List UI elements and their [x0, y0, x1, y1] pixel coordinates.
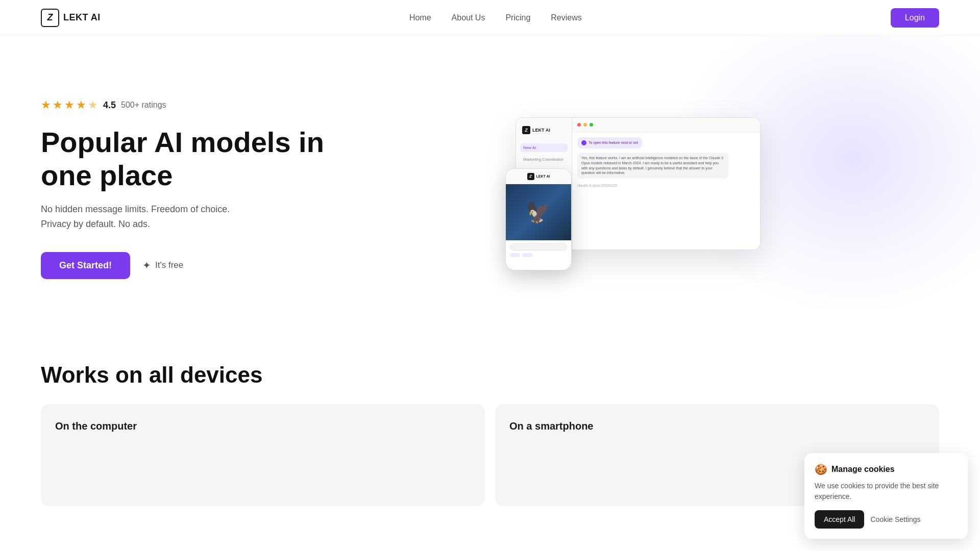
star-1: ★: [41, 98, 51, 112]
logo[interactable]: Z LEKT AI: [41, 9, 101, 27]
accept-all-button[interactable]: Accept All: [815, 510, 864, 527]
cookie-banner: 🍪 Manage cookies We use cookies to provi…: [804, 453, 968, 527]
sidebar-marketing: Marketing Coordinator: [520, 155, 568, 164]
ai-model-label: claude-3-opus-20240229: [577, 184, 755, 187]
mobile-action-dot-2: [522, 253, 532, 257]
app-logo-box: Z: [522, 126, 530, 134]
star-3: ★: [64, 98, 75, 112]
star-2: ★: [53, 98, 63, 112]
magic-wand-icon: ✦: [142, 259, 151, 271]
bird-image: 🦅: [526, 201, 551, 224]
devices-title: Works on all devices: [41, 362, 939, 388]
nav-home[interactable]: Home: [409, 13, 431, 22]
logo-icon: Z: [41, 9, 59, 27]
dot-green: [590, 123, 593, 127]
mobile-action-dot-1: [510, 253, 520, 257]
logo-text: LEKT AI: [63, 12, 101, 23]
nav-pricing[interactable]: Pricing: [505, 13, 530, 22]
cookie-settings-button[interactable]: Cookie Settings: [870, 515, 920, 523]
login-button[interactable]: Login: [891, 8, 939, 28]
app-chat: To open this feature mod or not Yes, thi…: [572, 132, 760, 249]
rating-row: ★ ★ ★ ★ ★ 4.5 500+ ratings: [41, 98, 337, 112]
cookie-title: Manage cookies: [831, 465, 895, 474]
cookie-icon: 🍪: [815, 463, 827, 475]
hero-actions: Get Started! ✦ It's free: [41, 252, 337, 279]
dot-red: [577, 123, 581, 127]
mobile-input-bar: [510, 243, 567, 251]
mobile-logo-text: LEKT AI: [536, 174, 550, 178]
nav-reviews[interactable]: Reviews: [551, 13, 581, 22]
cookie-text: We use cookies to provide the best site …: [815, 481, 958, 502]
mobile-header: Z LEKT AI: [506, 169, 571, 184]
hero-subtitle: No hidden message limits. Freedom of cho…: [41, 202, 255, 232]
hero-image: Z LEKT AI New AI Marketing Coordinator T…: [337, 117, 939, 260]
rating-score: 4.5: [103, 100, 116, 111]
get-started-button[interactable]: Get Started!: [41, 252, 130, 279]
sidebar-new-ai: New AI: [520, 143, 568, 152]
mobile-action-bar: [510, 253, 567, 257]
app-topbar: [572, 118, 760, 132]
mobile-screenshot: Z LEKT AI 🦅: [505, 168, 572, 270]
mobile-logo-box: Z: [527, 173, 534, 180]
hero-content: ★ ★ ★ ★ ★ 4.5 500+ ratings Popular AI mo…: [41, 98, 337, 279]
free-label: ✦ It's free: [142, 259, 183, 271]
app-main-area: To open this feature mod or not Yes, thi…: [572, 118, 760, 249]
app-logo-mini: Z LEKT AI: [520, 124, 568, 136]
ai-bubble: Yes, this feature works. I am an artific…: [577, 153, 728, 179]
computer-label: On the computer: [55, 420, 137, 432]
free-text: It's free: [155, 260, 183, 270]
navbar: Z LEKT AI Home About Us Pricing Reviews …: [0, 0, 980, 36]
computer-card: On the computer: [41, 404, 485, 506]
mobile-bottom: [506, 240, 571, 260]
nav-links: Home About Us Pricing Reviews: [409, 13, 582, 22]
nav-about[interactable]: About Us: [452, 13, 485, 22]
mobile-image-area: 🦅: [506, 184, 571, 240]
star-half: ★: [88, 98, 98, 112]
cookie-header: 🍪 Manage cookies: [815, 463, 958, 475]
hero-section: ★ ★ ★ ★ ★ 4.5 500+ ratings Popular AI mo…: [0, 36, 980, 332]
hero-title: Popular AI models in one place: [41, 126, 337, 192]
rating-count: 500+ ratings: [121, 101, 166, 110]
smartphone-label: On a smartphone: [509, 420, 593, 432]
star-4: ★: [76, 98, 86, 112]
star-rating: ★ ★ ★ ★ ★: [41, 98, 98, 112]
user-bubble: To open this feature mod or not: [577, 137, 642, 148]
cookie-actions: Accept All Cookie Settings: [815, 510, 958, 527]
dot-yellow: [583, 123, 587, 127]
